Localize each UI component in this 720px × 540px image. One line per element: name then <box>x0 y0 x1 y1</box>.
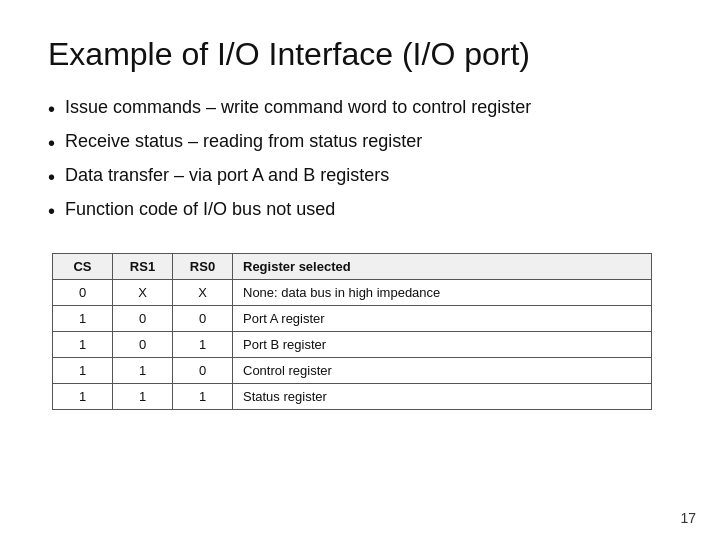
cell-rs1-3: 1 <box>113 358 173 384</box>
cell-rs0-2: 1 <box>173 332 233 358</box>
cell-cs-4: 1 <box>53 384 113 410</box>
col-header-register: Register selected <box>233 254 652 280</box>
cell-rs0-1: 0 <box>173 306 233 332</box>
slide-number: 17 <box>680 510 696 526</box>
bullet-item-2: Receive status – reading from status reg… <box>48 129 672 157</box>
slide-title: Example of I/O Interface (I/O port) <box>48 36 672 73</box>
cell-rs1-1: 0 <box>113 306 173 332</box>
cell-rs1-2: 0 <box>113 332 173 358</box>
table-row: 1 1 1 Status register <box>53 384 652 410</box>
col-header-rs0: RS0 <box>173 254 233 280</box>
bullet-item-1: Issue commands – write command word to c… <box>48 95 672 123</box>
cell-reg-3: Control register <box>233 358 652 384</box>
bullet-text-1: Issue commands – write command word to c… <box>65 95 531 120</box>
col-header-cs: CS <box>53 254 113 280</box>
bullet-text-4: Function code of I/O bus not used <box>65 197 335 222</box>
cell-rs0-4: 1 <box>173 384 233 410</box>
col-header-rs1: RS1 <box>113 254 173 280</box>
bullet-item-3: Data transfer – via port A and B registe… <box>48 163 672 191</box>
cell-cs-0: 0 <box>53 280 113 306</box>
bullet-list: Issue commands – write command word to c… <box>48 95 672 231</box>
table-row: 1 1 0 Control register <box>53 358 652 384</box>
cell-rs1-4: 1 <box>113 384 173 410</box>
cell-reg-4: Status register <box>233 384 652 410</box>
cell-cs-1: 1 <box>53 306 113 332</box>
table-body: 0 X X None: data bus in high impedance 1… <box>53 280 652 410</box>
table-header-row: CS RS1 RS0 Register selected <box>53 254 652 280</box>
slide: Example of I/O Interface (I/O port) Issu… <box>0 0 720 540</box>
cell-rs0-0: X <box>173 280 233 306</box>
table-row: 1 0 0 Port A register <box>53 306 652 332</box>
cell-cs-3: 1 <box>53 358 113 384</box>
bullet-text-2: Receive status – reading from status reg… <box>65 129 422 154</box>
io-table: CS RS1 RS0 Register selected 0 X X None:… <box>52 253 652 410</box>
bullet-text-3: Data transfer – via port A and B registe… <box>65 163 389 188</box>
io-table-container: CS RS1 RS0 Register selected 0 X X None:… <box>52 253 672 410</box>
table-row: 1 0 1 Port B register <box>53 332 652 358</box>
cell-reg-2: Port B register <box>233 332 652 358</box>
cell-reg-0: None: data bus in high impedance <box>233 280 652 306</box>
cell-cs-2: 1 <box>53 332 113 358</box>
cell-rs0-3: 0 <box>173 358 233 384</box>
cell-rs1-0: X <box>113 280 173 306</box>
table-row: 0 X X None: data bus in high impedance <box>53 280 652 306</box>
cell-reg-1: Port A register <box>233 306 652 332</box>
bullet-item-4: Function code of I/O bus not used <box>48 197 672 225</box>
